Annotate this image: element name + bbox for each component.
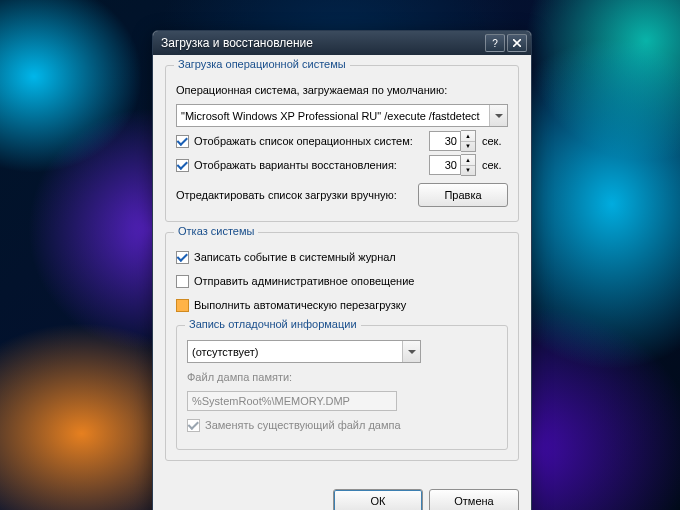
dump-type-combo-button[interactable] — [402, 341, 420, 362]
spinner-arrows[interactable]: ▲▼ — [461, 154, 476, 176]
sec-suffix: сек. — [482, 135, 508, 147]
default-os-combo-button[interactable] — [489, 105, 507, 126]
recovery-seconds-spinner[interactable]: ▲▼ — [429, 155, 476, 175]
close-icon — [513, 39, 521, 47]
os-list-seconds-input[interactable] — [429, 131, 461, 151]
overwrite-dump-label: Заменять существующий файл дампа — [205, 419, 401, 431]
show-recovery-label: Отображать варианты восстановления: — [194, 159, 429, 171]
system-failure-group: Отказ системы Записать событие в системн… — [165, 232, 519, 461]
chevron-down-icon — [408, 350, 416, 354]
close-button[interactable] — [507, 34, 527, 52]
dialog-body: Загрузка операционной системы Операционн… — [153, 55, 531, 481]
default-os-combo[interactable]: "Microsoft Windows XP Professional RU" /… — [176, 104, 508, 127]
show-recovery-checkbox[interactable] — [176, 159, 189, 172]
dialog-footer: ОК Отмена — [153, 481, 531, 510]
send-alert-label: Отправить административное оповещение — [194, 275, 414, 287]
startup-group: Загрузка операционной системы Операционн… — [165, 65, 519, 222]
titlebar[interactable]: Загрузка и восстановление ? — [153, 31, 531, 55]
startup-group-title: Загрузка операционной системы — [174, 58, 350, 70]
auto-restart-checkbox[interactable] — [176, 299, 189, 312]
dump-file-label: Файл дампа памяти: — [187, 371, 292, 383]
sec-suffix: сек. — [482, 159, 508, 171]
edit-boot-button[interactable]: Правка — [418, 183, 508, 207]
dump-type-value: (отсутствует) — [192, 346, 258, 358]
write-event-checkbox[interactable] — [176, 251, 189, 264]
show-os-list-label: Отображать список операционных систем: — [194, 135, 429, 147]
help-button[interactable]: ? — [485, 34, 505, 52]
dump-file-input: %SystemRoot%\MEMORY.DMP — [187, 391, 397, 411]
cancel-button[interactable]: Отмена — [429, 489, 519, 510]
recovery-seconds-input[interactable] — [429, 155, 461, 175]
debug-group-title: Запись отладочной информации — [185, 318, 361, 330]
show-os-list-checkbox[interactable] — [176, 135, 189, 148]
debug-info-group: Запись отладочной информации (отсутствуе… — [176, 325, 508, 450]
default-os-value: "Microsoft Windows XP Professional RU" /… — [181, 110, 480, 122]
dump-file-value: %SystemRoot%\MEMORY.DMP — [192, 395, 350, 407]
edit-boot-label: Отредактировать список загрузки вручную: — [176, 189, 418, 201]
dump-type-combo[interactable]: (отсутствует) — [187, 340, 421, 363]
ok-button[interactable]: ОК — [333, 489, 423, 510]
startup-recovery-dialog: Загрузка и восстановление ? Загрузка опе… — [152, 30, 532, 510]
overwrite-dump-checkbox — [187, 419, 200, 432]
send-alert-checkbox[interactable] — [176, 275, 189, 288]
failure-group-title: Отказ системы — [174, 225, 258, 237]
window-title: Загрузка и восстановление — [161, 36, 483, 50]
auto-restart-label: Выполнить автоматическую перезагрузку — [194, 299, 406, 311]
default-os-label: Операционная система, загружаемая по умо… — [176, 84, 447, 96]
write-event-label: Записать событие в системный журнал — [194, 251, 396, 263]
os-list-seconds-spinner[interactable]: ▲▼ — [429, 131, 476, 151]
chevron-down-icon — [495, 114, 503, 118]
spinner-arrows[interactable]: ▲▼ — [461, 130, 476, 152]
